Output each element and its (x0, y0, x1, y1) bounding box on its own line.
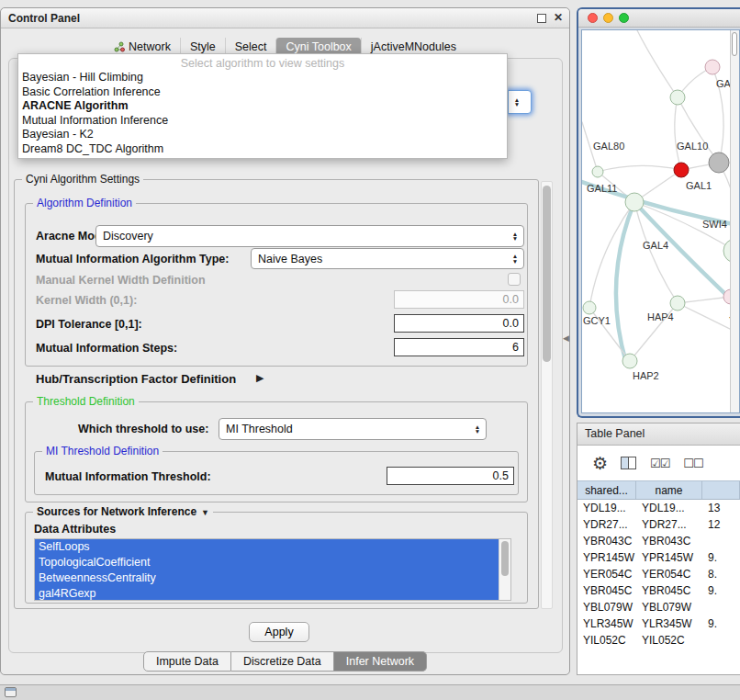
network-node-gal1-gray[interactable] (709, 152, 729, 173)
deselect-all-icon[interactable]: ☐☐ (683, 457, 702, 470)
network-node-green-top[interactable] (670, 90, 685, 105)
table-cell: 9. (702, 549, 740, 566)
hub-definition-label[interactable]: Hub/Transcription Factor Definition (36, 373, 236, 386)
attr-item-selfloops[interactable]: SelfLoops (35, 539, 499, 555)
mi-steps-field[interactable]: 6 (394, 338, 524, 356)
column-header-shared[interactable]: shared... (577, 481, 636, 499)
table-cell: YLR345W (636, 615, 702, 632)
network-node-gal4[interactable] (625, 193, 644, 211)
table-cell: YPR145W (577, 549, 636, 566)
table-row[interactable]: YDL19...YDL19...13 (577, 500, 740, 516)
kernel-width-field[interactable]: 0.0 (394, 290, 524, 309)
data-attributes-label: Data Attributes (34, 523, 116, 536)
close-icon[interactable] (554, 11, 563, 24)
table-row[interactable]: YPR145WYPR145W9. (577, 549, 740, 566)
network-node-gal11[interactable] (592, 166, 603, 177)
collapse-arrow-icon[interactable] (196, 505, 209, 518)
aracne-mode-select[interactable]: Discovery (95, 225, 524, 247)
manual-kernel-checkbox[interactable] (508, 273, 521, 286)
network-edge[interactable] (598, 165, 681, 172)
sources-title-text: Sources for Network Inference (37, 505, 196, 518)
bottom-tab-discretize-data[interactable]: Discretize Data (231, 651, 334, 672)
zoom-traffic-icon[interactable] (619, 13, 629, 23)
panel-indicator-icon[interactable] (5, 687, 17, 697)
apply-button[interactable]: Apply (249, 622, 309, 642)
table-cell: YBR043C (636, 533, 702, 549)
table-cell: YER054C (636, 566, 702, 582)
network-node-label: GCY1 (583, 315, 611, 326)
network-node-label: SWI4 (702, 219, 727, 230)
network-node-label: HAP4 (647, 311, 674, 322)
settings-scrollbar[interactable] (541, 181, 553, 609)
control-panel-window: Control Panel NetworkStyleSelectCyni Too… (0, 7, 570, 675)
network-edge[interactable] (678, 97, 719, 163)
tab-label: Style (190, 40, 216, 53)
network-edge[interactable] (637, 30, 678, 97)
popup-item-bayesian-k2[interactable]: Bayesian - K2 (18, 128, 507, 142)
kernel-width-label: Kernel Width (0,1): (36, 294, 137, 307)
sources-group-title[interactable]: Sources for Network Inference (33, 505, 213, 518)
combo-arrows-icon (507, 226, 523, 246)
bottom-tab-impute-data[interactable]: Impute Data (143, 651, 231, 672)
table-row[interactable]: YBL079WYBL079W (577, 599, 740, 615)
table-row[interactable]: YBR045CYBR045C9. (577, 582, 740, 599)
manual-kernel-label: Manual Kernel Width Definition (36, 274, 206, 287)
which-threshold-value: MI Threshold (219, 423, 469, 435)
network-node-label: GAL80 (593, 141, 624, 152)
aracne-mode-value: Discovery (96, 230, 507, 243)
table-row[interactable]: YBR043CYBR043C (577, 533, 740, 549)
data-attributes-list[interactable]: SelfLoopsTopologicalCoefficientBetweenne… (34, 538, 511, 601)
scrollbar-thumb[interactable] (543, 186, 551, 362)
table-row[interactable]: YIL052CYIL052C (577, 632, 740, 649)
popup-item-basic-correlation-inference[interactable]: Basic Correlation Inference (18, 85, 507, 100)
network-window-titlebar[interactable] (578, 9, 740, 28)
which-threshold-select[interactable]: MI Threshold (219, 418, 487, 440)
popup-item-dream8-dc-tdc-algorithm[interactable]: Dream8 DC_TDC Algorithm (18, 142, 507, 157)
expand-arrow-icon[interactable] (256, 371, 263, 384)
table-row[interactable]: YLR345WYLR345W9. (577, 615, 740, 632)
network-node-pink-top[interactable] (705, 60, 720, 74)
mi-type-select[interactable]: Naive Bayes (251, 248, 524, 269)
table-cell: YLR345W (577, 615, 636, 632)
network-canvas[interactable]: GALGAL80GAL10GAL11GAL1SWI4GAL4GCY1HAP4YH… (581, 29, 740, 413)
combo-arrows-icon (507, 249, 523, 268)
scrollbar-thumb[interactable] (501, 541, 509, 576)
bottom-tab-bar: Impute DataDiscretize DataInfer Network (1, 651, 569, 672)
panel-collapse-icon[interactable] (563, 333, 569, 343)
dpi-tolerance-field[interactable]: 0.0 (394, 314, 524, 333)
mi-threshold-field[interactable]: 0.5 (387, 467, 514, 485)
network-node-gcy1[interactable] (583, 301, 596, 314)
tab-label: Select (235, 40, 267, 53)
close-traffic-icon[interactable] (588, 13, 598, 23)
algorithm-combobox-arrow[interactable] (508, 90, 532, 114)
float-window-icon[interactable] (537, 14, 546, 23)
attr-item-betweennesscentrality[interactable]: BetweennessCentrality (35, 570, 499, 586)
popup-item-mutual-information-inference[interactable]: Mutual Information Inference (18, 114, 507, 129)
minimize-traffic-icon[interactable] (603, 13, 613, 23)
table-panel-title: Table Panel (577, 423, 740, 446)
network-node-hap2[interactable] (622, 354, 637, 368)
table-row[interactable]: YDR27...YDR27...12 (577, 516, 740, 533)
bottom-tab-infer-network[interactable]: Infer Network (334, 651, 427, 672)
scrollbar-thumb[interactable] (732, 32, 737, 56)
table-row[interactable]: YER054CYER054C8. (577, 566, 740, 582)
panel-title: Control Panel (8, 12, 80, 25)
network-node-gal10-red[interactable] (674, 163, 689, 177)
network-edge[interactable] (675, 97, 681, 170)
network-node-hap4[interactable] (670, 296, 685, 310)
popup-item-bayesian-hill-climbing[interactable]: Bayesian - Hill Climbing (18, 71, 507, 85)
select-all-icon[interactable]: ☑☑ (650, 457, 669, 470)
column-selector-icon[interactable] (621, 457, 636, 469)
mi-type-label: Mutual Information Algorithm Type: (36, 253, 229, 265)
attr-item-gal4rgexp[interactable]: gal4RGexp (35, 586, 499, 601)
column-header-name[interactable]: name (636, 481, 702, 499)
column-header-col2[interactable] (702, 481, 740, 499)
network-scrollbar[interactable] (730, 30, 739, 412)
table-cell: YBR043C (577, 533, 636, 549)
popup-item-aracne-algorithm[interactable]: ARACNE Algorithm (18, 99, 507, 114)
combo-arrows-icon (469, 419, 486, 439)
attr-item-topologicalcoefficient[interactable]: TopologicalCoefficient (35, 555, 499, 570)
network-edge[interactable] (678, 297, 731, 303)
attributes-list-scrollbar[interactable] (499, 539, 510, 600)
gear-icon[interactable]: ⚙ (592, 453, 607, 474)
